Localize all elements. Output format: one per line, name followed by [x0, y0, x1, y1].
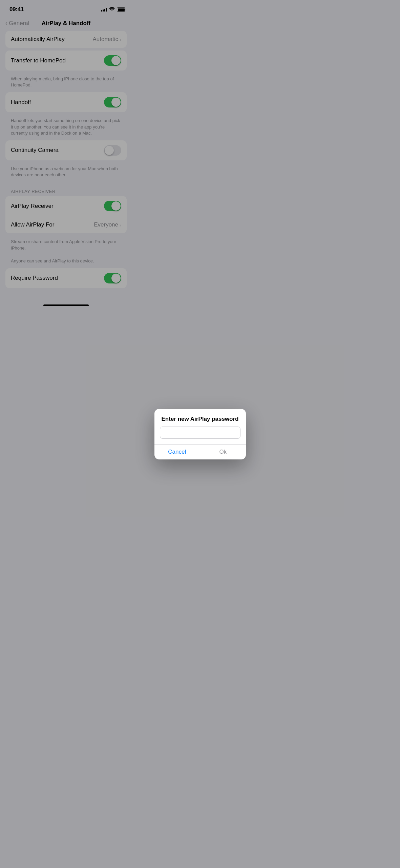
modal-overlay: Enter new AirPlay password Cancel Ok [0, 0, 132, 309]
